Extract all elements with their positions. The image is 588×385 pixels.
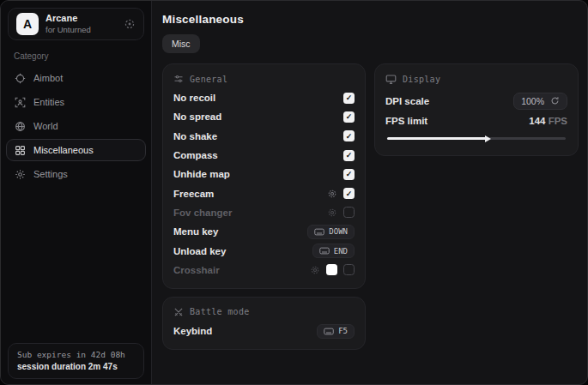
page-title: Miscellaneous xyxy=(162,13,579,26)
left-column: General No recoil No spread No shake xyxy=(162,63,366,350)
unhide-map-checkbox[interactable] xyxy=(343,169,355,180)
fov-changer-settings-gear-icon[interactable] xyxy=(327,208,337,218)
swords-icon xyxy=(173,307,184,317)
monitor-icon xyxy=(385,74,397,85)
fov-changer-checkbox[interactable] xyxy=(343,207,355,218)
main-content: Miscellaneous Misc General No recoil xyxy=(152,1,588,384)
setting-row-menu-key: Menu key DOWN xyxy=(173,222,355,241)
display-panel: Display DPI scale 100% FPS limit xyxy=(374,63,579,156)
keyboard-icon xyxy=(314,228,324,236)
unload-key-value: END xyxy=(334,247,348,256)
battle-mode-panel-title: Battle mode xyxy=(190,307,250,316)
globe-icon xyxy=(15,121,26,132)
setting-row-unload-key: Unload key END xyxy=(173,241,355,260)
dpi-scale-input[interactable]: 100% xyxy=(513,93,567,110)
general-panel-title: General xyxy=(190,75,227,84)
general-panel: General No recoil No spread No shake xyxy=(162,63,366,289)
setting-row-no-recoil: No recoil xyxy=(173,88,355,107)
sidebar-item-label: Settings xyxy=(33,169,68,179)
sidebar-item-label: Entities xyxy=(33,97,64,107)
app-logo: A xyxy=(16,13,39,35)
crosshair-checkbox[interactable] xyxy=(343,264,355,275)
keyboard-icon xyxy=(324,328,334,335)
sidebar-nav: Aimbot Entities World xyxy=(1,67,151,185)
display-panel-header: Display xyxy=(385,74,567,85)
app-subtitle: for Unturned xyxy=(45,25,91,35)
grid-icon xyxy=(15,145,26,156)
crosshair-icon xyxy=(15,73,26,84)
setting-row-no-shake: No shake xyxy=(173,127,355,146)
menu-key-value: DOWN xyxy=(329,227,348,236)
app-window: A Arcane for Unturned Category A xyxy=(0,0,588,385)
sidebar-item-label: Aimbot xyxy=(33,73,63,83)
fps-limit-slider[interactable] xyxy=(387,137,566,140)
freecam-settings-gear-icon[interactable] xyxy=(327,189,337,199)
compass-checkbox[interactable] xyxy=(343,150,355,161)
setting-row-no-spread: No spread xyxy=(173,107,355,126)
sub-expiry-text: Sub expires in 42d 08h xyxy=(17,350,135,359)
crosshair-settings-gear-icon[interactable] xyxy=(310,265,320,275)
app-header-card: A Arcane for Unturned xyxy=(8,8,144,40)
no-shake-checkbox[interactable] xyxy=(343,130,355,141)
tab-misc[interactable]: Misc xyxy=(162,34,200,53)
no-spread-checkbox[interactable] xyxy=(343,111,355,123)
app-title-block: Arcane for Unturned xyxy=(45,13,91,35)
battle-mode-panel: Battle mode Keybind F5 xyxy=(162,297,366,350)
entities-icon xyxy=(15,97,26,108)
sidebar-item-entities[interactable]: Entities xyxy=(6,91,146,113)
gear-icon xyxy=(15,169,26,180)
sliders-icon xyxy=(173,74,184,84)
fps-slider-fill xyxy=(387,137,487,140)
sync-icon[interactable] xyxy=(124,18,136,30)
keyboard-icon xyxy=(319,247,330,255)
sidebar-item-label: World xyxy=(33,121,58,131)
unload-key-keybind-button[interactable]: END xyxy=(312,244,355,258)
battle-keybind-value: F5 xyxy=(338,327,348,335)
sidebar-item-aimbot[interactable]: Aimbot xyxy=(6,67,146,89)
content-columns: General No recoil No spread No shake xyxy=(162,63,579,350)
menu-key-keybind-button[interactable]: DOWN xyxy=(307,225,355,239)
sidebar-item-label: Miscellaneous xyxy=(33,145,94,155)
setting-row-dpi-scale: DPI scale 100% xyxy=(385,89,567,112)
reset-icon xyxy=(550,96,560,105)
fps-limit-value: 144 FPS xyxy=(529,116,567,126)
setting-row-crosshair: Crosshair xyxy=(173,261,355,280)
setting-row-unhide-map: Unhide map xyxy=(173,165,355,183)
setting-row-fps-limit: FPS limit 144 FPS xyxy=(385,112,567,129)
general-panel-header: General xyxy=(173,74,355,84)
right-column: Display DPI scale 100% FPS limit xyxy=(374,63,579,156)
battle-mode-panel-header: Battle mode xyxy=(173,307,355,317)
setting-row-freecam: Freecam xyxy=(173,183,355,202)
no-recoil-checkbox[interactable] xyxy=(343,93,355,104)
setting-row-fov-changer: Fov changer xyxy=(173,203,355,222)
sidebar-item-settings[interactable]: Settings xyxy=(6,163,146,185)
app-name: Arcane xyxy=(45,13,91,25)
crosshair-color-swatch[interactable] xyxy=(326,264,337,275)
dpi-scale-value: 100% xyxy=(521,96,544,106)
fps-slider-thumb[interactable] xyxy=(485,135,491,142)
sidebar-item-miscellaneous[interactable]: Miscellaneous xyxy=(6,139,146,161)
category-label: Category xyxy=(14,51,151,61)
sidebar-item-world[interactable]: World xyxy=(6,115,146,137)
freecam-checkbox[interactable] xyxy=(343,188,355,199)
subscription-info-card: Sub expires in 42d 08h session duration … xyxy=(8,343,144,379)
setting-row-compass: Compass xyxy=(173,146,355,165)
display-panel-title: Display xyxy=(403,75,440,84)
sidebar: A Arcane for Unturned Category A xyxy=(1,1,152,384)
session-duration-text: session duration 2m 47s xyxy=(17,362,135,371)
setting-row-keybind: Keybind F5 xyxy=(173,322,355,340)
battle-keybind-button[interactable]: F5 xyxy=(317,324,355,339)
